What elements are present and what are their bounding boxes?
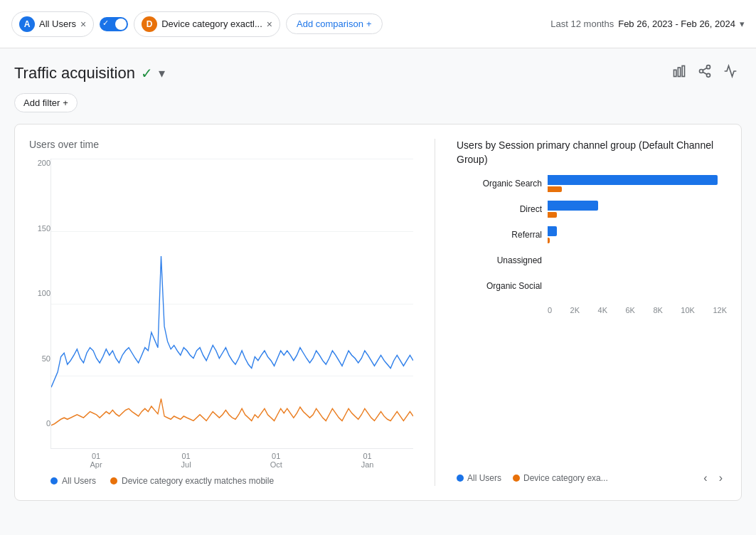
all-users-close-icon[interactable]: ×	[80, 18, 86, 30]
main-content: Traffic acquisition ✓ ▾	[0, 48, 756, 512]
verified-icon: ✓	[141, 65, 153, 82]
bar-x-6k: 6K	[625, 306, 634, 314]
page-title-row: Traffic acquisition ✓ ▾	[14, 64, 165, 83]
top-bar: A All Users × D Device category exactl..…	[0, 0, 756, 48]
bar-orange-organic-search	[548, 186, 562, 192]
x-label-apr: 01Apr	[90, 452, 102, 469]
bar-orange-referral	[548, 238, 550, 243]
add-comparison-plus-icon: +	[366, 18, 372, 29]
bar-blue-direct	[548, 201, 598, 211]
bar-label-unassigned: Unassigned	[457, 255, 542, 265]
y-label-50: 50	[29, 354, 50, 363]
bar-x-8k: 8K	[653, 306, 662, 314]
svg-rect-2	[682, 66, 684, 77]
bar-blue-organic-search	[548, 175, 718, 185]
bar-legend-device-label: Device category exa...	[523, 473, 608, 483]
line-chart-svg	[51, 159, 413, 448]
bar-row-organic-social: Organic Social	[457, 277, 727, 295]
add-filter-label: Add filter	[23, 97, 60, 108]
y-label-100: 100	[29, 289, 50, 297]
bar-x-4k: 4K	[598, 306, 607, 314]
add-filter-button[interactable]: Add filter +	[14, 93, 78, 112]
bars-referral	[548, 226, 727, 243]
line-chart-area: 200 150 100 50 0	[29, 159, 413, 449]
add-filter-plus-icon: +	[63, 97, 68, 108]
bars-organic-social	[548, 277, 727, 295]
x-label-oct: 01Oct	[270, 452, 282, 469]
right-chart: Users by Session primary channel group (…	[457, 139, 727, 486]
bars-organic-search	[548, 175, 727, 192]
legend-device-mobile: Device category exactly matches mobile	[110, 476, 274, 486]
title-dropdown-button[interactable]: ▾	[159, 65, 165, 81]
bar-legend-all-users-label: All Users	[467, 473, 501, 483]
bar-legend-all-users: All Users	[457, 473, 501, 483]
page-header: Traffic acquisition ✓ ▾	[14, 60, 742, 86]
legend-device-mobile-label: Device category exactly matches mobile	[122, 476, 274, 486]
bar-blue-referral	[548, 226, 557, 236]
device-category-avatar: D	[142, 16, 157, 32]
svg-line-6	[703, 72, 707, 74]
bar-row-direct: Direct	[457, 201, 727, 218]
chart-divider	[435, 139, 435, 486]
date-range-value: Feb 26, 2023 - Feb 26, 2024	[618, 18, 735, 29]
left-chart-title: Users over time	[29, 139, 413, 150]
toolbar-icons	[668, 60, 742, 86]
all-users-label: All Users	[39, 18, 76, 29]
svg-rect-1	[678, 68, 680, 77]
svg-rect-0	[674, 70, 676, 76]
bar-nav-next-button[interactable]: ›	[715, 470, 727, 486]
y-axis-labels: 200 150 100 50 0	[29, 159, 50, 449]
page-title: Traffic acquisition	[14, 64, 135, 83]
bar-chart-legend: All Users Device category exa... ‹ ›	[457, 470, 727, 486]
y-label-0: 0	[29, 419, 50, 428]
svg-point-5	[707, 73, 710, 77]
charts-container: Users over time 200 150 100 50 0	[14, 124, 742, 501]
legend-all-users-label: All Users	[62, 476, 96, 486]
y-label-150: 150	[29, 224, 50, 233]
chart-type-icon-button[interactable]	[668, 60, 691, 86]
bar-label-referral: Referral	[457, 230, 542, 240]
bar-label-direct: Direct	[457, 204, 542, 214]
date-period-label: Last 12 months	[550, 18, 614, 29]
right-chart-title: Users by Session primary channel group (…	[457, 139, 727, 166]
bar-row-organic-search: Organic Search	[457, 175, 727, 192]
svg-line-7	[703, 68, 707, 70]
all-users-chip[interactable]: A All Users ×	[11, 11, 94, 37]
add-comparison-button[interactable]: Add comparison +	[286, 14, 383, 34]
left-chart-legend: All Users Device category exactly matche…	[50, 476, 413, 486]
bar-x-2k: 2K	[570, 306, 580, 314]
x-axis-labels: 01Apr 01Jul 01Oct 01Jan	[50, 452, 413, 469]
add-comparison-label: Add comparison	[297, 18, 363, 29]
bar-x-axis: 0 2K 4K 6K 8K 10K 12K	[548, 306, 727, 314]
legend-dot-blue	[50, 477, 58, 484]
share-icon-button[interactable]	[693, 60, 716, 86]
bar-nav-prev-button[interactable]: ‹	[699, 470, 711, 486]
bar-label-organic-social: Organic Social	[457, 281, 542, 291]
bar-orange-direct	[548, 212, 557, 218]
comparison-toggle[interactable]	[100, 17, 128, 31]
bar-chart-area: Organic Search Direct Referr	[457, 175, 727, 465]
left-chart: Users over time 200 150 100 50 0	[29, 139, 413, 486]
insights-icon-button[interactable]	[719, 60, 742, 86]
bars-unassigned	[548, 252, 727, 269]
date-range-selector[interactable]: Last 12 months Feb 26, 2023 - Feb 26, 20…	[550, 18, 745, 29]
bar-legend-device: Device category exa...	[513, 473, 608, 483]
x-label-jul: 01Jul	[181, 452, 191, 469]
svg-point-4	[700, 70, 703, 73]
y-label-200: 200	[29, 159, 50, 167]
legend-dot-orange	[110, 477, 117, 484]
bars-direct	[548, 201, 727, 218]
bar-chart-nav: ‹ ›	[699, 470, 727, 486]
device-category-close-icon[interactable]: ×	[267, 18, 272, 30]
device-category-chip[interactable]: D Device category exactl... ×	[134, 11, 280, 37]
bar-row-unassigned: Unassigned	[457, 252, 727, 269]
svg-point-3	[707, 65, 710, 69]
bar-x-12k: 12K	[713, 306, 727, 314]
bar-legend-dot-orange	[513, 475, 520, 482]
bar-row-referral: Referral	[457, 226, 727, 243]
legend-all-users: All Users	[50, 476, 96, 486]
x-label-jan: 01Jan	[361, 452, 374, 469]
chart-plot	[50, 159, 413, 449]
device-category-label: Device category exactl...	[161, 18, 262, 29]
bar-label-organic-search: Organic Search	[457, 179, 542, 189]
